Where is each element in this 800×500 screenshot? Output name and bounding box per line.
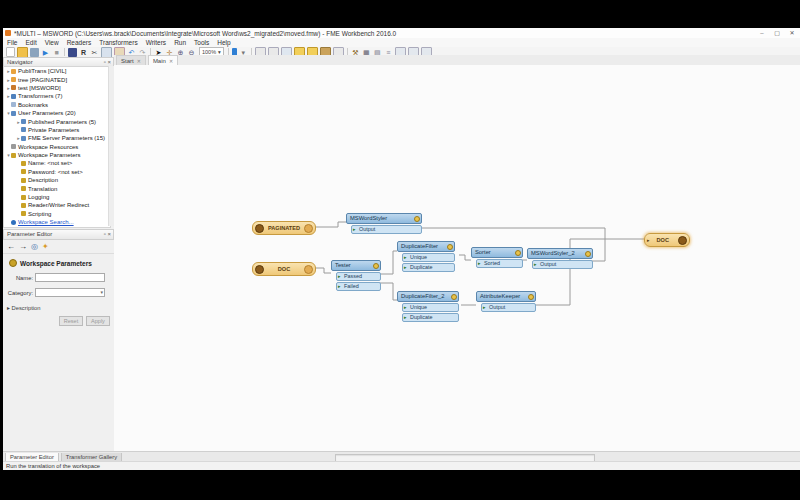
locate-icon[interactable]: ◎ xyxy=(31,242,38,252)
port-sorted[interactable]: Sorted xyxy=(476,259,523,268)
transformer-tester[interactable]: Tester Passed Failed xyxy=(331,260,381,291)
new-workspace-icon[interactable] xyxy=(6,47,15,57)
float-panel-icon[interactable]: ▫ xyxy=(104,231,106,237)
connection-lines xyxy=(114,65,800,452)
transformer-mswordstyler[interactable]: MSWordStyler Output xyxy=(346,213,422,234)
parameter-editor-header: Parameter Editor ▫ × xyxy=(3,229,114,240)
gear-icon xyxy=(21,211,26,216)
gear-icon xyxy=(21,178,26,183)
transformer-attributekeeper[interactable]: AttributeKeeper Output xyxy=(476,291,536,312)
window-title: *MULTI – MSWORD (C:\Users\ws.brack\Docum… xyxy=(14,29,396,38)
navigator-item-user-parameters[interactable]: ▾User Parameters (20) xyxy=(4,109,110,117)
description-section[interactable]: ▸ Description xyxy=(7,305,114,311)
port-duplicate[interactable]: Duplicate xyxy=(402,263,455,272)
output-port-icon[interactable] xyxy=(304,224,313,233)
navigator-item-published-parameters[interactable]: ▸Published Parameters (5) xyxy=(4,117,110,125)
menu-edit[interactable]: Edit xyxy=(21,39,40,46)
navigator-item-writer-test[interactable]: ▸test [MSWORD] xyxy=(4,84,110,92)
source-node-paginated[interactable]: PAGINATED xyxy=(252,221,316,235)
navigator-item-name[interactable]: Name: <not set> xyxy=(4,159,110,167)
close-icon[interactable]: × xyxy=(107,59,111,65)
output-port-icon[interactable] xyxy=(304,265,313,274)
port-unique[interactable]: Unique xyxy=(402,253,455,262)
navigator-item-translation[interactable]: Translation xyxy=(4,184,110,192)
navigator-item-workspace-resources[interactable]: Workspace Resources xyxy=(4,143,110,151)
port-unique[interactable]: Unique xyxy=(402,303,459,312)
navigator-item-redirect[interactable]: Reader/Writer Redirect xyxy=(4,201,110,209)
save-icon[interactable] xyxy=(30,48,39,57)
menu-readers[interactable]: Readers xyxy=(63,39,96,46)
close-icon[interactable]: ✕ xyxy=(137,58,141,64)
properties-icon[interactable] xyxy=(451,294,457,300)
forward-arrow-icon[interactable]: → xyxy=(19,242,27,252)
stop-icon[interactable]: ■ xyxy=(52,48,61,57)
navigator-item-reader-publitrans[interactable]: ▸PubliTrans [CIVIL] xyxy=(4,67,110,75)
reader-feature-icon xyxy=(255,224,264,233)
transformer-duplicatefilter-2[interactable]: DuplicateFilter_2 Unique Duplicate xyxy=(397,291,459,322)
close-icon[interactable]: × xyxy=(107,231,111,237)
tab-start[interactable]: Start✕ xyxy=(116,55,146,65)
properties-icon[interactable] xyxy=(414,216,420,222)
menu-writers[interactable]: Writers xyxy=(142,39,170,46)
navigator-item-logging[interactable]: Logging xyxy=(4,193,110,201)
transformer-sorter[interactable]: Sorter Sorted xyxy=(471,247,523,268)
transformer-duplicatefilter[interactable]: DuplicateFilter Unique Duplicate xyxy=(397,241,455,272)
transformer-mswordstyler-2[interactable]: MSWordStyler_2 Output xyxy=(527,248,593,269)
help-icon[interactable]: ✦ xyxy=(42,242,49,252)
menu-tools[interactable]: Tools xyxy=(190,39,213,46)
close-icon[interactable]: ✕ xyxy=(169,58,173,64)
menu-transformers[interactable]: Transformers xyxy=(95,39,141,46)
navigator-item-workspace-search[interactable]: Workspace Search... xyxy=(4,218,110,226)
menu-help[interactable]: Help xyxy=(213,39,234,46)
redirect-icon[interactable]: R xyxy=(79,48,88,57)
navigator-tree: ▸PubliTrans [CIVIL] ▸tree [PAGINATED] ▸t… xyxy=(3,66,111,228)
close-button[interactable]: ✕ xyxy=(786,29,798,37)
properties-icon[interactable] xyxy=(528,294,534,300)
resources-icon xyxy=(11,144,16,149)
tab-main[interactable]: Main✕ xyxy=(148,55,178,65)
parameters-icon xyxy=(21,119,26,124)
maximize-button[interactable]: ▢ xyxy=(771,29,783,37)
float-panel-icon[interactable]: ▫ xyxy=(104,59,106,65)
properties-icon[interactable] xyxy=(373,263,379,269)
copy-icon[interactable] xyxy=(101,47,112,58)
port-output[interactable]: Output xyxy=(532,260,593,269)
navigator-item-password[interactable]: Password: <not set> xyxy=(4,168,110,176)
open-folder-icon[interactable] xyxy=(17,47,28,58)
port-output[interactable]: Output xyxy=(351,225,422,234)
menu-view[interactable]: View xyxy=(41,39,63,46)
reset-button[interactable]: Reset xyxy=(59,316,83,326)
run-translation-icon[interactable]: ▶ xyxy=(41,48,50,57)
navigator-item-private-parameters[interactable]: Private Parameters xyxy=(4,126,110,134)
port-duplicate[interactable]: Duplicate xyxy=(402,313,459,322)
name-field[interactable] xyxy=(35,273,105,282)
gear-icon xyxy=(21,186,26,191)
fme-workbench-window: *MULTI – MSWORD (C:\Users\ws.brack\Docum… xyxy=(3,28,800,470)
navigator-item-fme-server-parameters[interactable]: ▸FME Server Parameters (15) xyxy=(4,134,110,142)
port-output[interactable]: Output xyxy=(481,303,536,312)
parameters-icon xyxy=(21,136,26,141)
properties-icon[interactable] xyxy=(515,250,521,256)
source-node-doc[interactable]: DOC xyxy=(252,262,316,276)
cut-icon[interactable]: ✂ xyxy=(90,48,99,57)
properties-icon[interactable] xyxy=(447,244,453,250)
navigator-item-workspace-parameters[interactable]: ▾Workspace Parameters xyxy=(4,151,110,159)
back-arrow-icon[interactable]: ← xyxy=(7,242,15,252)
properties-icon[interactable] xyxy=(585,251,591,257)
navigator-item-transformers[interactable]: ▸Transformers (7) xyxy=(4,92,110,100)
writer-node-doc[interactable]: ▸ DOC xyxy=(644,233,690,247)
navigator-item-scripting[interactable]: Scripting xyxy=(4,210,110,218)
menu-run[interactable]: Run xyxy=(170,39,190,46)
menu-file[interactable]: File xyxy=(3,39,21,46)
workflow-canvas[interactable]: PAGINATED DOC MSWordStyler Output Tester… xyxy=(114,65,800,452)
port-failed[interactable]: Failed xyxy=(336,282,381,291)
navigator-item-bookmarks[interactable]: Bookmarks xyxy=(4,101,110,109)
writer-icon xyxy=(11,85,16,90)
navigator-item-reader-tree[interactable]: ▸tree [PAGINATED] xyxy=(4,75,110,83)
prompt-run-icon[interactable] xyxy=(68,48,77,57)
minimize-button[interactable]: – xyxy=(756,29,768,37)
navigator-item-description[interactable]: Description xyxy=(4,176,110,184)
apply-button[interactable]: Apply xyxy=(86,316,110,326)
port-passed[interactable]: Passed xyxy=(336,272,381,281)
category-select[interactable] xyxy=(35,288,105,297)
